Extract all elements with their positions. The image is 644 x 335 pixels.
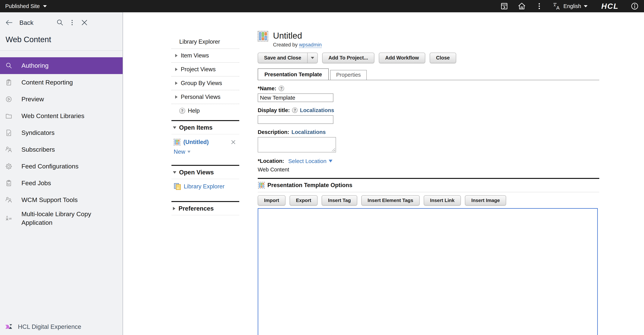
sidebar-item-subscribers[interactable]: Subscribers	[0, 141, 122, 158]
sidebar-item-preview[interactable]: Preview	[0, 91, 122, 108]
document-check-icon	[5, 129, 12, 136]
language-selector[interactable]: x A English	[553, 2, 588, 10]
sidebar-item-feed-jobs[interactable]: Feed Jobs	[0, 175, 122, 192]
product-brand-label: HCL Digital Experience	[18, 323, 81, 330]
chevron-right-icon	[175, 82, 178, 85]
nav-item-label: Group By Views	[181, 80, 222, 87]
chevron-down-icon	[311, 57, 314, 59]
translate-icon: x A	[553, 2, 561, 10]
search-icon[interactable]	[56, 19, 64, 26]
chevron-down-icon	[584, 5, 588, 7]
sidebar-item-label: Authoring	[22, 61, 49, 70]
presentation-template-icon	[258, 31, 268, 42]
add-to-project-button[interactable]: Add To Project...	[322, 53, 374, 63]
save-options-dropdown-button[interactable]	[307, 53, 318, 63]
svg-text:x: x	[554, 3, 556, 7]
section-title: Preferences	[178, 205, 214, 212]
nav-item-library-explorer[interactable]: Library Explorer	[172, 37, 239, 49]
sidebar-title: Web Content	[6, 35, 122, 44]
chevron-down-icon	[173, 171, 176, 174]
hcl-dx-logo-icon	[5, 323, 14, 331]
overflow-menu-icon[interactable]	[68, 19, 76, 26]
description-label: Description:	[258, 129, 289, 135]
sidebar-item-content-reporting[interactable]: Content Reporting	[0, 74, 122, 91]
svg-text:A: A	[556, 5, 560, 10]
editor-toolbar: Import Export Insert Tag Insert Element …	[258, 195, 599, 206]
sidebar-item-authoring[interactable]: Authoring	[0, 57, 122, 74]
search-icon	[5, 62, 12, 69]
chevron-right-icon	[175, 95, 178, 99]
nav-item-item-views[interactable]: Item Views	[172, 49, 239, 63]
info-icon[interactable]	[630, 2, 639, 10]
select-location-link[interactable]: Select Location	[288, 158, 332, 164]
language-label: English	[564, 3, 581, 9]
help-icon[interactable]: ?	[292, 107, 298, 113]
insert-element-tags-button[interactable]: Insert Element Tags	[361, 195, 420, 206]
help-icon: ?	[179, 108, 185, 114]
name-label: *Name:	[258, 85, 276, 92]
sidebar-item-web-content-libraries[interactable]: Web Content Libraries	[0, 108, 122, 124]
sidebar-item-label: Web Content Libraries	[22, 112, 84, 120]
product-brand: HCL Digital Experience	[5, 323, 81, 331]
close-button[interactable]: Close	[430, 53, 456, 63]
insert-tag-button[interactable]: Insert Tag	[322, 195, 357, 206]
description-field[interactable]	[258, 137, 336, 152]
chevron-down-icon	[173, 126, 176, 129]
nav-item-label: Project Views	[181, 66, 216, 73]
insert-link-button[interactable]: Insert Link	[424, 195, 461, 206]
description-localizations-link[interactable]: Localizations	[292, 129, 326, 135]
nav-item-group-by-views[interactable]: Group By Views	[172, 77, 239, 90]
add-workflow-button[interactable]: Add Workflow	[379, 53, 425, 63]
new-menu[interactable]: New	[172, 146, 239, 163]
overflow-menu-icon[interactable]	[535, 2, 544, 10]
location-value: Web Content	[258, 167, 599, 173]
display-title-field[interactable]	[258, 115, 333, 124]
chevron-down-icon	[188, 151, 190, 153]
folder-icon	[5, 113, 12, 120]
sidebar-item-label: Preview	[22, 95, 44, 104]
tab-bar: Presentation Template Properties	[258, 69, 599, 80]
insert-image-button[interactable]: Insert Image	[465, 195, 506, 206]
presentation-template-icon	[258, 182, 265, 189]
nav-item-help[interactable]: ? Help	[172, 104, 239, 118]
back-button[interactable]: Back	[5, 19, 34, 27]
open-view-library-explorer: Library Explorer	[172, 179, 239, 199]
export-button[interactable]: Export	[290, 195, 318, 206]
clipboard-chart-icon	[5, 180, 12, 187]
save-and-close-button[interactable]: Save and Close	[258, 53, 307, 63]
template-editor[interactable]	[258, 208, 598, 335]
open-views-section-header[interactable]: Open Views	[172, 165, 239, 179]
sidebar-item-feed-configurations[interactable]: Feed Configurations	[0, 158, 122, 175]
open-view-link[interactable]: Library Explorer	[184, 183, 224, 190]
site-selector[interactable]: Published Site	[5, 3, 47, 9]
nav-item-project-views[interactable]: Project Views	[172, 63, 239, 77]
new-label: New	[174, 148, 185, 155]
name-field[interactable]	[258, 94, 333, 102]
home-icon[interactable]	[518, 2, 526, 10]
clipboard-icon	[5, 79, 12, 86]
created-by-text: Created by	[273, 42, 298, 48]
sidebar-item-label: Feed Jobs	[22, 179, 51, 187]
preferences-section-header[interactable]: Preferences	[172, 201, 239, 215]
sidebar-item-label: Multi-locale Library Copy Application	[22, 210, 97, 227]
sidebar-item-multi-locale-library-copy[interactable]: A Multi-locale Library Copy Application	[0, 208, 104, 228]
close-icon[interactable]	[231, 140, 236, 145]
tab-presentation-template[interactable]: Presentation Template	[258, 69, 329, 80]
chevron-right-icon	[173, 207, 175, 210]
tab-properties[interactable]: Properties	[330, 70, 367, 80]
open-item-link[interactable]: (Untitled)	[183, 139, 209, 146]
open-items-section-header[interactable]: Open Items	[172, 120, 239, 134]
close-icon[interactable]	[81, 19, 88, 26]
site-preview-icon[interactable]	[500, 2, 508, 10]
library-explorer-icon	[174, 183, 181, 190]
import-button[interactable]: Import	[258, 195, 286, 206]
select-location-label: Select Location	[288, 158, 326, 164]
open-item-untitled: (Untitled)	[172, 134, 239, 146]
nav-item-personal-views[interactable]: Personal Views	[172, 90, 239, 104]
site-selector-label: Published Site	[5, 3, 40, 9]
sidebar-item-wcm-support-tools[interactable]: WCM Support Tools	[0, 192, 122, 208]
display-title-localizations-link[interactable]: Localizations	[300, 107, 334, 113]
created-by-user-link[interactable]: wpsadmin	[299, 42, 322, 48]
sidebar-item-syndicators[interactable]: Syndicators	[0, 124, 122, 141]
help-icon[interactable]: ?	[278, 86, 284, 91]
